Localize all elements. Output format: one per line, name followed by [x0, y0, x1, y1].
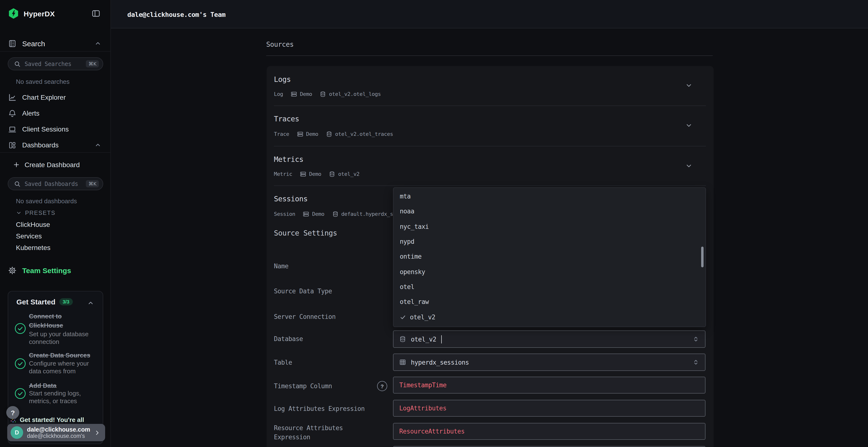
gear-icon [8, 266, 17, 275]
saved-searches-placeholder: Saved Searches [25, 61, 82, 67]
sidebar-item-chart-explorer[interactable]: Chart Explorer [0, 91, 111, 104]
dropdown-option-ontime[interactable]: ontime [394, 249, 706, 264]
get-started-step-title[interactable]: Add Data [29, 381, 96, 390]
dashboards-grid-icon [8, 141, 17, 149]
get-started-step-title[interactable]: Connect to ClickHouse [29, 312, 96, 330]
sidebar-item-search[interactable]: Search [0, 37, 111, 49]
preset-clickhouse[interactable]: ClickHouse [16, 220, 50, 228]
database-icon [399, 336, 406, 342]
timestamp-help-icon[interactable]: ? [377, 381, 387, 391]
user-menu[interactable]: D dale@clickhouse.com dale@clickhouse.co… [7, 424, 105, 441]
create-dashboard-button[interactable]: Create Dashboard [0, 159, 111, 171]
sidebar: HyperDX Search Saved Searches ⌘K No save… [0, 0, 111, 447]
no-saved-searches-note: No saved searches [16, 78, 70, 85]
presets-toggle[interactable]: PRESETS [16, 209, 56, 216]
source-table: otel_v2.otel_traces [335, 131, 393, 137]
timestamp-column-value: TimestampTime [399, 381, 446, 389]
dropdown-option-otel-v2[interactable]: otel_v2 [394, 309, 706, 325]
preset-services[interactable]: Services [16, 232, 42, 240]
database-icon [332, 211, 338, 217]
sidebar-item-dashboards[interactable]: Dashboards [0, 139, 111, 151]
source-settings-heading: Source Settings [274, 229, 337, 238]
source-connection: Demo [309, 171, 321, 177]
table-select[interactable]: hyperdx_sessions [393, 353, 706, 371]
source-type: Log [274, 91, 283, 97]
chevron-down-icon[interactable] [685, 122, 692, 129]
check-circle-icon [14, 358, 26, 370]
preset-kubernetes[interactable]: Kubernetes [16, 244, 51, 251]
dropdown-scrollbar[interactable] [701, 247, 704, 267]
source-meta-row: Trace Demo otel_v2.otel_traces [274, 130, 393, 138]
top-bar: dale@clickhouse.com's Team [111, 0, 868, 28]
source-connection: Demo [312, 211, 324, 217]
app-logo[interactable]: HyperDX [8, 8, 55, 19]
source-table: otel_v2 [338, 171, 360, 177]
source-type: Metric [274, 171, 292, 177]
chevron-up-icon[interactable] [94, 40, 101, 47]
database-select[interactable]: otel_v2 [393, 331, 706, 348]
laptop-icon [8, 125, 17, 133]
resource-attributes-input[interactable]: ResourceAttributes [393, 423, 706, 440]
dropdown-option-mta[interactable]: mta [394, 189, 706, 204]
sidebar-item-alerts[interactable]: Alerts [0, 107, 111, 119]
hyperdx-logo-icon [8, 8, 19, 19]
table-value: hyperdx_sessions [411, 358, 469, 366]
collapse-sidebar-icon[interactable] [92, 9, 100, 18]
chevron-up-icon[interactable] [94, 142, 101, 148]
source-table: default.hyperdx_s [341, 211, 393, 217]
check-circle-icon [14, 388, 26, 399]
timestamp-column-input[interactable]: TimestampTime [393, 377, 706, 393]
table-icon [399, 359, 406, 366]
chevron-down-icon[interactable] [685, 162, 692, 170]
sidebar-item-label: Chart Explorer [22, 94, 66, 101]
log-attributes-value: LogAttributes [399, 405, 446, 412]
chart-explorer-icon [8, 93, 17, 101]
chevron-up-icon[interactable] [87, 300, 94, 306]
sidebar-item-label: Dashboards [22, 141, 59, 149]
get-started-step-title[interactable]: Create Data Sources [29, 351, 96, 360]
divider [0, 51, 111, 51]
chevron-right-icon [94, 429, 100, 436]
chevron-down-icon[interactable] [685, 82, 692, 89]
dropdown-option-noaa[interactable]: noaa [394, 204, 706, 219]
user-team: dale@clickhouse.com's [27, 433, 90, 439]
server-icon [300, 171, 306, 177]
help-button[interactable]: ? [6, 406, 19, 419]
team-settings-link[interactable]: Team Settings [8, 266, 71, 275]
dropdown-option-otel[interactable]: otel [394, 279, 706, 295]
dropdown-option-opensky[interactable]: opensky [394, 264, 706, 279]
field-label-log-attributes: Log Attributes Expression [274, 404, 385, 413]
saved-searches-input[interactable]: Saved Searches ⌘K [8, 57, 103, 70]
dropdown-option-nypd[interactable]: nypd [394, 234, 706, 249]
database-icon [329, 171, 335, 177]
divider [274, 105, 706, 106]
presets-label: PRESETS [25, 209, 56, 216]
source-type: Session [274, 211, 296, 217]
source-connection: Demo [300, 91, 312, 97]
log-attributes-input[interactable]: LogAttributes [393, 400, 706, 417]
user-email: dale@clickhouse.com [27, 426, 90, 433]
source-section-title-sessions: Sessions [274, 195, 308, 203]
team-settings-label: Team Settings [22, 266, 71, 275]
source-section-title-metrics: Metrics [274, 155, 303, 164]
app-title: HyperDX [24, 9, 55, 18]
celebration-text: Get started! You're all [20, 416, 84, 423]
source-section-title-traces: Traces [274, 115, 299, 123]
dropdown-option-otel-raw[interactable]: otel_raw [394, 294, 706, 309]
chevron-down-icon [16, 210, 22, 216]
saved-dashboards-input[interactable]: Saved Dashboards ⌘K [8, 177, 103, 190]
plus-icon [13, 161, 20, 168]
server-icon [303, 211, 309, 217]
sidebar-item-client-sessions[interactable]: Client Sessions [0, 123, 111, 135]
check-circle-icon [14, 323, 26, 334]
dropdown-option-nyc-taxi[interactable]: nyc_taxi [394, 219, 706, 234]
sources-heading: Sources [266, 40, 294, 48]
text-cursor [441, 335, 442, 343]
create-dashboard-label: Create Dashboard [25, 161, 80, 169]
server-icon [291, 91, 297, 97]
get-started-celebration: Get started! You're all [10, 416, 84, 423]
source-meta-row: Session Demo default.hyperdx_s [274, 210, 393, 218]
dropdown-option-label: otel_v2 [410, 313, 435, 320]
divider [274, 146, 706, 146]
next-field-input-partial[interactable] [393, 446, 706, 447]
